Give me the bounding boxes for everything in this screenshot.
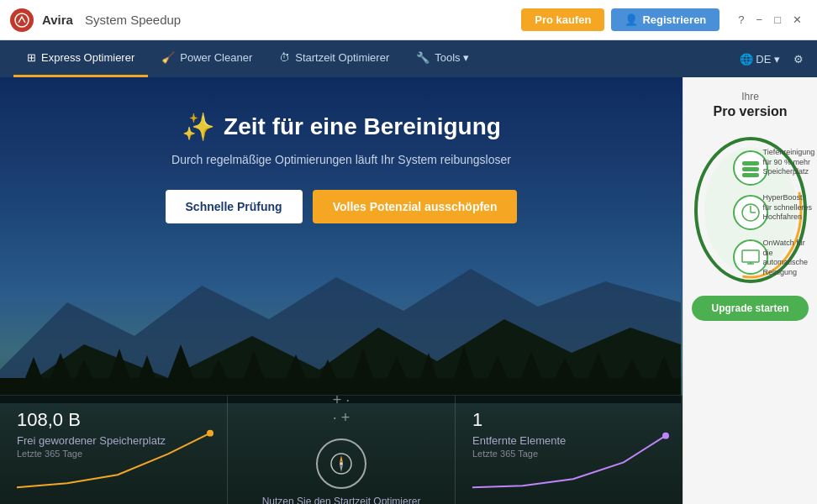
maximize-button[interactable]: □ xyxy=(769,12,786,28)
speicher-value: 108,0 B xyxy=(17,409,210,431)
feat3-text: OnWatch für die automatische Reinigung xyxy=(763,239,814,278)
language-selector[interactable]: 🌐 DE ▾ xyxy=(740,53,780,66)
pro-kaufen-button[interactable]: Pro kaufen xyxy=(521,8,604,31)
main: ✨ Zeit für eine Bereinigung Durch regelm… xyxy=(0,77,817,504)
avira-logo xyxy=(10,8,34,32)
upgrade-button[interactable]: Upgrade starten xyxy=(692,296,809,321)
titlebar: Avira System Speedup Pro kaufen 👤 Regist… xyxy=(0,0,817,40)
svg-rect-34 xyxy=(742,161,759,165)
pro-title: Pro version xyxy=(713,104,787,119)
user-icon: 👤 xyxy=(625,13,638,26)
startzeit-label: Nutzen Sie den Startzeit Optimierer xyxy=(262,496,421,505)
navbar: ⊞ Express Optimierer 🧹 Power Cleaner ⏱ S… xyxy=(0,40,817,77)
hero-subtitle: Durch regelmäßige Optimierungen läuft Ih… xyxy=(171,153,511,166)
tools-icon: 🔧 xyxy=(416,51,430,64)
registrieren-button[interactable]: 👤 Registrieren xyxy=(611,8,719,31)
feat1-text: Tiefenreinigung für 90 % mehr Speicherpl… xyxy=(763,148,814,177)
plus-dots: + ·· + xyxy=(333,395,351,427)
pro-oval-container: Tiefenreinigung für 90 % mehr Speicherpl… xyxy=(692,133,809,284)
mountains-bg xyxy=(0,235,681,403)
hero-section: ✨ Zeit für eine Bereinigung Durch regelm… xyxy=(0,77,683,223)
startzeit-label: Startzeit Optimierer xyxy=(295,51,389,64)
svg-marker-27 xyxy=(340,465,343,472)
power-label: Power Cleaner xyxy=(180,51,252,64)
content-area: ✨ Zeit für eine Bereinigung Durch regelm… xyxy=(0,77,683,504)
hero-buttons: Schnelle Prüfung Volles Potenzial aussch… xyxy=(166,190,518,223)
express-icon: ⊞ xyxy=(27,51,36,64)
tools-label: Tools ▾ xyxy=(435,51,469,64)
window-controls: ? − □ ✕ xyxy=(733,12,807,28)
stat-card-speicher: 108,0 B Frei gewordener Speicherplatz Le… xyxy=(0,395,228,504)
startzeit-icon: ⏱ xyxy=(279,51,290,64)
speicher-period: Letzte 365 Tage xyxy=(17,449,210,459)
svg-rect-35 xyxy=(742,167,759,171)
broom-icon: ✨ xyxy=(182,111,215,143)
titlebar-right: Pro kaufen 👤 Registrieren ? − □ ✕ xyxy=(521,8,807,31)
power-icon: 🧹 xyxy=(161,51,175,64)
nav-item-power[interactable]: 🧹 Power Cleaner xyxy=(148,40,266,77)
entfernt-label: Entfernte Elemente xyxy=(472,434,666,447)
speicher-label: Frei gewordener Speicherplatz xyxy=(17,434,210,447)
express-label: Express Optimierer xyxy=(41,51,134,64)
entfernt-period: Letzte 365 Tage xyxy=(472,449,666,459)
titlebar-left: Avira System Speedup xyxy=(10,8,181,32)
entfernt-value: 1 xyxy=(472,409,666,431)
full-potential-button[interactable]: Volles Potenzial ausschöpfen xyxy=(313,190,518,223)
svg-point-41 xyxy=(734,240,767,274)
nav-item-tools[interactable]: 🔧 Tools ▾ xyxy=(403,40,482,77)
nav-right: 🌐 DE ▾ ⚙ xyxy=(740,53,804,66)
svg-marker-26 xyxy=(340,455,343,463)
close-button[interactable]: ✕ xyxy=(788,12,807,28)
help-button[interactable]: ? xyxy=(733,12,749,28)
feat2-text: HyperBoost für schnelleres Hochfahren xyxy=(763,193,814,223)
stats-row: 108,0 B Frei gewordener Speicherplatz Le… xyxy=(0,395,683,504)
svg-point-0 xyxy=(15,13,29,27)
quick-check-button[interactable]: Schnelle Prüfung xyxy=(166,190,303,223)
hero-title: ✨ Zeit für eine Bereinigung xyxy=(182,111,501,143)
settings-icon[interactable]: ⚙ xyxy=(793,53,804,66)
app-name: Avira xyxy=(42,13,73,27)
svg-point-28 xyxy=(340,462,343,465)
app-subtitle: System Speedup xyxy=(85,13,181,27)
nav-item-startzeit[interactable]: ⏱ Startzeit Optimierer xyxy=(266,40,403,77)
pro-label: Ihre xyxy=(741,91,759,102)
svg-rect-36 xyxy=(742,173,759,177)
nav-item-express[interactable]: ⊞ Express Optimierer xyxy=(13,40,148,77)
nav-items: ⊞ Express Optimierer 🧹 Power Cleaner ⏱ S… xyxy=(13,40,482,77)
minimize-button[interactable]: − xyxy=(751,12,768,28)
compass-icon xyxy=(316,438,366,489)
stat-card-entfernt: 1 Entfernte Elemente Letzte 365 Tage xyxy=(456,395,683,504)
pro-panel: Ihre Pro version xyxy=(683,77,817,504)
stat-card-startzeit: + ·· + Nutzen Sie den Startzeit Optimier… xyxy=(228,395,456,504)
